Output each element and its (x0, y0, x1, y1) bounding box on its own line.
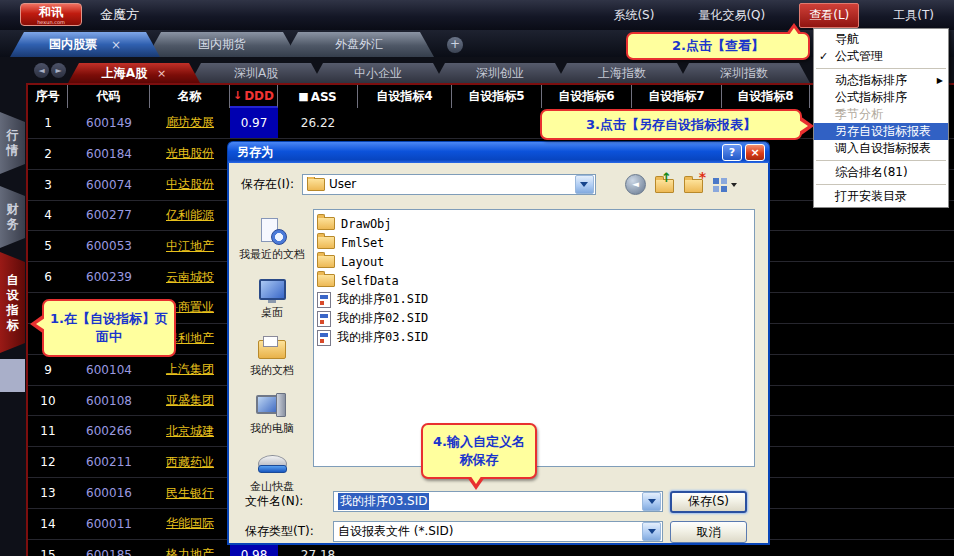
close-icon[interactable]: × (157, 67, 166, 80)
places-item[interactable]: 我最近的文档 (238, 218, 306, 261)
sub-tab-bar: ◄►上海A股×深圳A股中小企业深圳创业上海指数深圳指数 (0, 57, 954, 83)
column-header[interactable]: 自设指标6 (542, 85, 632, 108)
row-index: 9 (28, 355, 68, 385)
menu-item-label: 打开安装目录 (835, 188, 907, 205)
filetype-row: 保存类型(T): 自设报表文件 (*.SID) (245, 521, 663, 542)
up-folder-icon[interactable]: ↑ (655, 174, 675, 194)
column-header[interactable]: 自设指标7 (632, 85, 722, 108)
file-name: 我的排序01.SID (337, 291, 428, 308)
menu-item[interactable]: 打开安装目录 (814, 188, 948, 205)
dropdown-arrow-icon[interactable] (642, 522, 661, 541)
table-cell (452, 108, 542, 138)
stock-code: 600011 (68, 509, 150, 539)
column-header[interactable]: 名称 (150, 85, 230, 108)
row-index: 15 (28, 540, 68, 556)
filetype-value: 自设报表文件 (*.SID) (338, 523, 453, 540)
file-list-folder[interactable]: SelfData (317, 271, 751, 290)
sidebar-tab-label: 自设指标 (6, 273, 20, 333)
sub-tab[interactable]: 上海指数 (556, 63, 688, 83)
row-index: 10 (28, 386, 68, 416)
close-icon[interactable]: × (745, 144, 765, 161)
save-button[interactable]: 保存(S) (670, 491, 747, 513)
file-name: 我的排序02.SID (337, 310, 428, 327)
logo-text: 和讯 (21, 6, 81, 19)
places-item[interactable]: 我的电脑 (238, 392, 306, 435)
sub-tab-label: 上海指数 (598, 65, 646, 82)
places-item[interactable]: 我的文档 (238, 334, 306, 377)
scroll-left-icon[interactable]: ◄ (34, 63, 49, 78)
titlebar-menu-item[interactable]: 查看(L) (799, 3, 859, 28)
column-header[interactable]: 自设指标4 (358, 85, 452, 108)
filename-input[interactable]: 我的排序03.SID (333, 491, 663, 512)
column-header[interactable]: ↓DDD (230, 85, 278, 108)
sub-tab[interactable]: 上海A股× (68, 63, 200, 83)
column-header-label: ASS (311, 90, 337, 104)
save-in-combobox[interactable]: User (302, 174, 596, 195)
places-item[interactable]: 桌面 (238, 276, 306, 319)
titlebar-menu-item[interactable]: 量化交易(Q) (688, 3, 775, 28)
file-list-file[interactable]: 我的排序01.SID (317, 290, 751, 309)
check-icon: ✓ (819, 50, 828, 63)
file-list-file[interactable]: 我的排序03.SID (317, 328, 751, 347)
submenu-arrow-icon: ▶ (937, 76, 943, 85)
column-header[interactable]: 序号 (28, 85, 68, 108)
back-icon[interactable]: ◄ (625, 174, 646, 195)
table-cell (810, 540, 954, 556)
callout-step2: 2.点击【查看】 (626, 32, 810, 60)
help-icon[interactable]: ? (722, 144, 742, 161)
dialog-toolbar: ◄↑* (625, 173, 737, 195)
sidebar-tab[interactable]: 行情 (0, 112, 25, 174)
save-as-dialog: 另存为 ? × 保存在(I): User ◄↑* 我最近的文档桌面我的文档我的电… (227, 141, 770, 545)
menu-item[interactable]: 调入自设指标报表 (814, 140, 948, 157)
new-folder-icon[interactable]: * (684, 174, 704, 194)
file-list-folder[interactable]: Layout (317, 252, 751, 271)
dialog-titlebar[interactable]: 另存为 ? × (227, 141, 770, 163)
titlebar-menu-item[interactable]: 系统(S) (603, 3, 664, 28)
stock-code: 600108 (68, 386, 150, 416)
sidebar-tab[interactable]: 财务 (0, 186, 25, 248)
sidebar-tab[interactable]: 自设指标 (0, 252, 25, 353)
main-tab[interactable]: 国内股票× (10, 32, 160, 57)
dropdown-arrow-icon[interactable] (642, 492, 661, 511)
filetype-combobox[interactable]: 自设报表文件 (*.SID) (333, 521, 663, 542)
close-icon[interactable]: × (111, 38, 121, 52)
column-header-label: 自设指标8 (737, 88, 793, 105)
sub-tab[interactable]: 深圳指数 (678, 63, 810, 83)
menu-item[interactable]: 另存自设指标报表 (814, 123, 948, 140)
column-header-label: 自设指标5 (468, 88, 524, 105)
main-tab[interactable]: 外盘外汇 (284, 32, 434, 57)
sub-tab[interactable]: 深圳创业 (434, 63, 566, 83)
folder-name: FmlSet (341, 236, 384, 250)
places-item[interactable]: 金山快盘 (238, 450, 306, 493)
row-index: 6 (28, 262, 68, 292)
filename-label: 文件名(N): (245, 493, 333, 510)
filename-row: 文件名(N): 我的排序03.SID (245, 491, 663, 512)
column-header[interactable]: 代码 (68, 85, 150, 108)
column-header[interactable]: 自设指标8 (722, 85, 810, 108)
menu-separator (816, 160, 946, 161)
main-tab[interactable]: 国内期货 (147, 32, 297, 57)
column-header[interactable]: ■ASS (278, 85, 358, 108)
file-list-file[interactable]: 我的排序02.SID (317, 309, 751, 328)
sub-tab[interactable]: 中小企业 (312, 63, 444, 83)
view-menu-icon[interactable] (713, 175, 737, 193)
add-tab-button[interactable]: + (447, 37, 463, 53)
menu-item[interactable]: 导航 (814, 31, 948, 48)
sub-tab[interactable]: 深圳A股 (190, 63, 322, 83)
cancel-button[interactable]: 取消 (670, 521, 747, 543)
row-index: 3 (28, 170, 68, 200)
scroll-right-icon[interactable]: ► (51, 63, 66, 78)
folder-icon (307, 178, 325, 191)
menu-item[interactable]: 公式指标排序 (814, 89, 948, 106)
menu-item[interactable]: 综合排名(81) (814, 164, 948, 181)
menu-item[interactable]: ✓公式管理 (814, 48, 948, 65)
file-list-folder[interactable]: FmlSet (317, 233, 751, 252)
callout-step3: 3.点击【另存自设指标报表】 (540, 109, 802, 140)
column-header[interactable]: 自设指标5 (452, 85, 542, 108)
file-list-folder[interactable]: DrawObj (317, 214, 751, 233)
menu-item[interactable]: 动态指标排序▶ (814, 72, 948, 89)
column-header-label: 自设指标6 (558, 88, 614, 105)
dropdown-arrow-icon[interactable] (575, 175, 594, 194)
titlebar-menu-item[interactable]: 工具(T) (883, 3, 944, 28)
column-header-label: 序号 (36, 88, 60, 105)
